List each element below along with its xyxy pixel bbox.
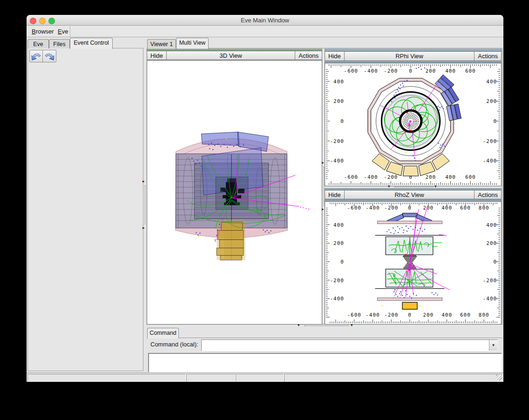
axis-tick-label: 200 (425, 68, 436, 74)
axis-tick-label: -600 (344, 174, 358, 180)
rhoz-viewport[interactable]: -600-600-400-400-200-2000020020040040060… (325, 201, 502, 325)
axis-tick-label: -200 (384, 312, 398, 318)
splitter-handle-mid[interactable]: ▸ (322, 161, 324, 165)
axis-tick-label: -400 (366, 312, 380, 318)
menu-separator (70, 26, 70, 37)
axis-tick-label: 400 (445, 68, 456, 74)
left-tab-files[interactable]: Files (49, 39, 70, 48)
axis-tick-label: 200 (425, 174, 436, 180)
statusbar-section-1 (27, 374, 186, 382)
axis-tick-label: -200 (483, 278, 497, 284)
command-input[interactable] (202, 340, 489, 351)
command-dropdown-button[interactable]: ▼ (489, 340, 497, 351)
hide-button-rhoz[interactable]: Hide (325, 190, 345, 199)
hide-button-rphi[interactable]: Hide (325, 52, 345, 61)
next-event-button[interactable] (42, 50, 56, 62)
hide-button-3d[interactable]: Hide (147, 51, 167, 60)
splitter-handle-right2[interactable]: ▾ (434, 184, 437, 189)
actions-button-3d[interactable]: Actions (295, 51, 322, 60)
command-prompt-label: Command (local): (150, 341, 198, 348)
axis-tick-label: -400 (483, 296, 497, 302)
axis-tick-label: 400 (486, 79, 497, 85)
beam-spot (403, 254, 417, 271)
axis-tick-label: -400 (366, 205, 380, 211)
splitter-left[interactable] (145, 185, 145, 224)
axis-tick-label: 0 (409, 68, 413, 74)
event-control-panel (27, 48, 143, 371)
axis-tick-label: 0 (408, 205, 412, 211)
statusbar-section-4 (284, 374, 503, 382)
rphi-view-title: RPhi View (345, 52, 475, 61)
axis-tick-label: 600 (465, 68, 476, 74)
axis-tick-label: -200 (384, 68, 398, 74)
axis-tick-label: 800 (479, 205, 489, 211)
eve-main-window: Eve Main Window Browser Eve Eve Files Ev… (27, 15, 503, 382)
splitter-handle-right[interactable]: ▾ (388, 184, 390, 189)
axis-tick-label: 400 (333, 222, 344, 228)
dropdown-arrow-icon: ▼ (492, 343, 495, 347)
axis-tick-label: 400 (445, 174, 456, 180)
redo-arrow-icon (44, 52, 54, 61)
splitter-bottom[interactable] (304, 325, 349, 326)
statusbar-section-2 (186, 374, 236, 382)
3d-view-title: 3D View (167, 51, 295, 60)
left-tab-event-control[interactable]: Event Control (70, 38, 113, 49)
actions-button-rphi[interactable]: Actions (474, 52, 501, 61)
rhoz-detector-render: -600-600-400-400-200-2000020020040040060… (325, 202, 501, 324)
axis-tick-label: -200 (330, 278, 344, 284)
undo-arrow-icon (31, 52, 41, 61)
viewer-tab-viewer1[interactable]: Viewer 1 (147, 39, 176, 48)
axis-tick-label: -400 (364, 174, 378, 180)
rphi-header: Hide RPhi View Actions (325, 51, 502, 61)
menubar: Browser Eve (27, 26, 503, 37)
axis-tick-label: -400 (330, 158, 344, 164)
axis-tick-label: -400 (483, 158, 497, 164)
command-output (148, 353, 502, 373)
command-combobox: ▼ (201, 339, 498, 351)
rphi-viewport[interactable]: -600-600-400-400-200-2000020020040040060… (325, 63, 502, 186)
axis-tick-label: 200 (423, 312, 434, 318)
axis-tick-label: 400 (441, 312, 452, 318)
axis-tick-label: 0 (493, 259, 497, 265)
3d-header: Hide 3D View Actions (147, 51, 322, 60)
axis-tick-label: 200 (333, 240, 344, 246)
axis-tick-label: -400 (364, 68, 378, 74)
splitter-right[interactable] (394, 187, 434, 187)
axis-tick-label: 200 (486, 98, 497, 104)
statusbar (27, 373, 503, 382)
axis-tick-label: -200 (330, 138, 344, 144)
hcal-segment (403, 166, 418, 176)
axis-tick-label: -200 (483, 138, 497, 144)
splitter-handle-left2[interactable]: ▸ (142, 226, 145, 230)
splitter-handle-bottom[interactable]: ▾ (298, 323, 300, 327)
axis-tick-label: -200 (384, 205, 398, 211)
prev-event-button[interactable] (29, 50, 43, 62)
desktop: Eve Main Window Browser Eve Eve Files Ev… (0, 0, 529, 420)
axis-tick-label: -600 (347, 205, 361, 211)
resize-grip[interactable] (496, 374, 502, 380)
rphi-detector-render: -600-600-400-400-200-2000020020040040060… (325, 63, 501, 186)
axis-tick-label: 0 (493, 118, 497, 124)
splitter-handle-bottom2[interactable]: ▾ (351, 323, 353, 327)
command-tab[interactable]: Command (147, 328, 179, 339)
actions-button-rhoz[interactable]: Actions (474, 190, 501, 199)
left-tab-eve[interactable]: Eve (27, 39, 49, 48)
rhoz-view-title: RhoZ View (345, 190, 475, 199)
3d-viewport[interactable] (147, 60, 322, 325)
splitter-handle-left[interactable]: ▸ (142, 179, 145, 183)
splitter-mid[interactable] (324, 167, 324, 206)
command-frame-line (178, 338, 502, 338)
axis-tick-label: 200 (423, 205, 434, 211)
rhoz-detector (375, 213, 447, 309)
axis-tick-label: 0 (340, 259, 344, 265)
statusbar-section-3 (236, 374, 284, 382)
splitter-handle-mid2[interactable]: ▸ (322, 207, 324, 211)
detector-3d (176, 132, 288, 260)
rhoz-header: Hide RhoZ View Actions (325, 190, 502, 199)
axis-tick-label: 400 (441, 205, 452, 211)
titlebar[interactable]: Eve Main Window (27, 15, 503, 26)
viewer-tab-multi-view[interactable]: Multi View (176, 38, 209, 49)
axis-tick-label: -200 (384, 174, 398, 180)
3d-detector-render (147, 61, 322, 324)
tracker-core (400, 110, 421, 132)
